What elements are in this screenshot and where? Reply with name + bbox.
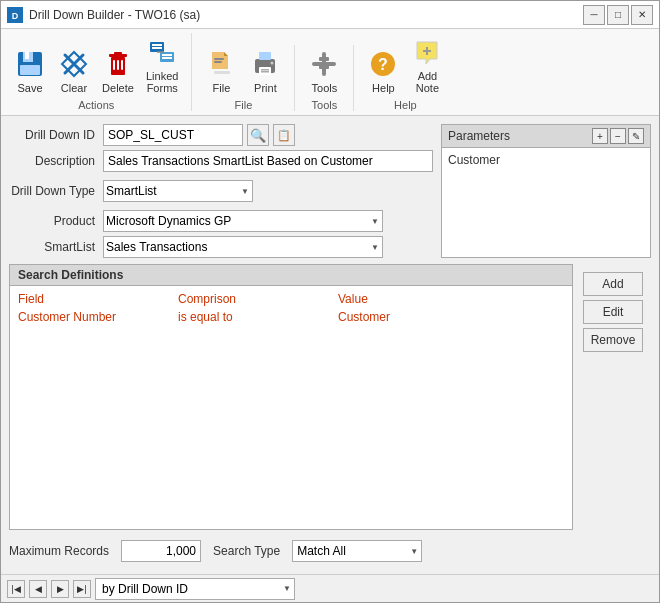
parameters-panel: Parameters + − ✎ Customer xyxy=(441,124,651,258)
svg-rect-29 xyxy=(261,71,269,73)
file-group-label: File xyxy=(235,99,253,111)
description-row: Description xyxy=(9,150,433,172)
max-records-input[interactable] xyxy=(121,540,201,562)
window-controls: ─ □ ✕ xyxy=(583,5,653,25)
svg-marker-21 xyxy=(224,52,228,56)
svg-rect-22 xyxy=(214,58,224,60)
max-records-label: Maximum Records xyxy=(9,544,109,558)
svg-rect-11 xyxy=(114,52,122,55)
add-search-button[interactable]: Add xyxy=(583,272,643,296)
delete-label: Delete xyxy=(102,82,134,94)
form-section: Drill Down ID 🔍 📋 Description Drill Down… xyxy=(9,124,651,258)
toolbar-group-tools: Tools Tools xyxy=(303,45,354,111)
search-cell-comparison: is equal to xyxy=(178,310,338,324)
clear-label: Clear xyxy=(61,82,87,94)
search-button[interactable]: 🔍 xyxy=(247,124,269,146)
file-button[interactable]: File xyxy=(200,45,242,97)
toolbar: Save Clear xyxy=(1,29,659,116)
search-def-table: Field Comprison Value Customer Number is… xyxy=(10,286,572,529)
svg-rect-16 xyxy=(162,54,172,56)
col-header-value: Value xyxy=(338,292,564,306)
svg-rect-5 xyxy=(20,65,40,75)
drill-down-id-input[interactable] xyxy=(103,124,243,146)
nav-prev-button[interactable]: ◀ xyxy=(29,580,47,598)
save-label: Save xyxy=(17,82,42,94)
search-def-body: Field Comprison Value Customer Number is… xyxy=(10,286,572,529)
title-bar: D Drill Down Builder - TWO16 (sa) ─ □ ✕ xyxy=(1,1,659,29)
smartlist-select[interactable]: Sales Transactions xyxy=(103,236,383,258)
clear-button[interactable]: Clear xyxy=(53,45,95,97)
params-edit-button[interactable]: ✎ xyxy=(628,128,644,144)
nav-first-button[interactable]: |◀ xyxy=(7,580,25,598)
params-remove-button[interactable]: − xyxy=(610,128,626,144)
search-type-label: Search Type xyxy=(213,544,280,558)
window-title: Drill Down Builder - TWO16 (sa) xyxy=(29,8,200,22)
svg-rect-32 xyxy=(319,57,329,61)
remove-search-button[interactable]: Remove xyxy=(583,328,643,352)
svg-rect-4 xyxy=(25,52,29,59)
form-left: Drill Down ID 🔍 📋 Description Drill Down… xyxy=(9,124,433,258)
maximize-button[interactable]: □ xyxy=(607,5,629,25)
parameters-header: Parameters + − ✎ xyxy=(442,125,650,148)
content-area: Drill Down ID 🔍 📋 Description Drill Down… xyxy=(1,116,659,574)
minimize-button[interactable]: ─ xyxy=(583,5,605,25)
linked-forms-label: LinkedForms xyxy=(146,70,178,94)
add-note-button[interactable]: AddNote xyxy=(406,33,448,97)
search-def-header: Search Definitions xyxy=(10,265,572,286)
search-actions: Add Edit Remove xyxy=(579,264,651,530)
svg-rect-28 xyxy=(261,69,269,71)
close-button[interactable]: ✕ xyxy=(631,5,653,25)
linked-forms-button[interactable]: LinkedForms xyxy=(141,33,183,97)
smartlist-label: SmartList xyxy=(9,240,99,254)
search-type-select[interactable]: Match All Match Any xyxy=(292,540,422,562)
drill-down-id-label: Drill Down ID xyxy=(9,128,99,142)
parameters-content: Customer xyxy=(442,148,650,257)
tools-button[interactable]: Tools xyxy=(303,45,345,97)
file-icon xyxy=(205,48,237,80)
actions-group-label: Actions xyxy=(78,99,114,111)
help-icon: ? xyxy=(367,48,399,80)
parameters-buttons: + − ✎ xyxy=(592,128,644,144)
parameter-item: Customer xyxy=(448,152,644,168)
col-header-field: Field xyxy=(18,292,178,306)
drill-down-type-label: Drill Down Type xyxy=(9,184,99,198)
search-section: Search Definitions Field Comprison Value… xyxy=(9,264,651,530)
search-cell-field: Customer Number xyxy=(18,310,178,324)
nav-last-button[interactable]: ▶| xyxy=(73,580,91,598)
params-add-button[interactable]: + xyxy=(592,128,608,144)
search-definitions-panel: Search Definitions Field Comprison Value… xyxy=(9,264,573,530)
svg-rect-8 xyxy=(117,60,119,70)
file-label: File xyxy=(213,82,231,94)
nav-sort-select[interactable]: by Drill Down ID xyxy=(95,578,295,600)
description-input[interactable] xyxy=(103,150,433,172)
product-select[interactable]: Microsoft Dynamics GP xyxy=(103,210,383,232)
delete-icon xyxy=(102,48,134,80)
nav-next-button[interactable]: ▶ xyxy=(51,580,69,598)
svg-rect-7 xyxy=(113,60,115,70)
tools-label: Tools xyxy=(312,82,338,94)
save-icon xyxy=(14,48,46,80)
print-label: Print xyxy=(254,82,277,94)
help-button[interactable]: ? Help xyxy=(362,45,404,97)
delete-button[interactable]: Delete xyxy=(97,45,139,97)
toolbar-group-file: File Print F xyxy=(200,45,295,111)
drill-down-type-select[interactable]: SmartList Report Window xyxy=(103,180,253,202)
print-button[interactable]: Print xyxy=(244,45,286,97)
parameters-label: Parameters xyxy=(448,129,510,143)
product-row: Product Microsoft Dynamics GP xyxy=(9,210,433,232)
copy-button[interactable]: 📋 xyxy=(273,124,295,146)
description-label: Description xyxy=(9,154,99,168)
toolbar-group-help: ? Help AddNote Help xyxy=(362,33,456,111)
tools-group-label: Tools xyxy=(312,99,338,111)
print-icon xyxy=(249,48,281,80)
save-button[interactable]: Save xyxy=(9,45,51,97)
svg-rect-14 xyxy=(152,47,162,49)
edit-search-button[interactable]: Edit xyxy=(583,300,643,324)
bottom-row: Maximum Records Search Type Match All Ma… xyxy=(9,536,651,566)
clear-icon xyxy=(58,48,90,80)
svg-rect-17 xyxy=(162,57,172,59)
drill-down-type-row: Drill Down Type SmartList Report Window xyxy=(9,180,433,202)
help-group-label: Help xyxy=(394,99,417,111)
svg-rect-34 xyxy=(312,62,336,66)
product-label: Product xyxy=(9,214,99,228)
